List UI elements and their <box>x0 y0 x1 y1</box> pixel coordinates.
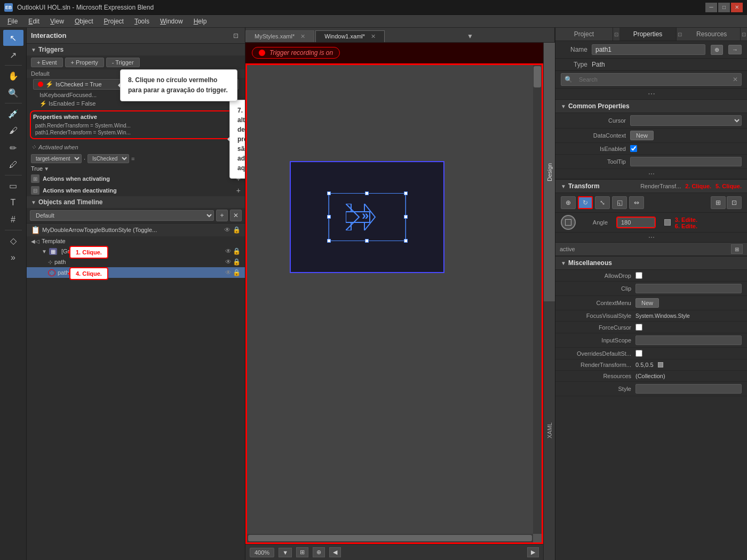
pan-tool[interactable]: ✋ <box>3 68 23 84</box>
next-btn[interactable]: ▶ <box>527 547 539 557</box>
path-visibility-btn[interactable]: 👁 <box>225 258 232 266</box>
tab-overflow-btn[interactable]: ▼ <box>463 30 478 42</box>
resources-icon-btn[interactable]: ⊡ <box>741 28 747 41</box>
input-scope-input[interactable] <box>635 335 742 345</box>
shape-tool[interactable]: ▭ <box>3 178 23 194</box>
tab-window1[interactable]: Window1.xaml* ✕ <box>315 30 385 42</box>
is-checked-dropdown[interactable]: IsChecked <box>88 154 129 163</box>
tooltip-input[interactable] <box>630 157 742 166</box>
direct-select-tool[interactable]: ↗ <box>3 47 23 63</box>
transform-flip-btn[interactable]: ⇔ <box>629 196 644 209</box>
style-input[interactable] <box>635 384 742 394</box>
canvas-vscrollbar[interactable] <box>533 65 542 534</box>
property-button[interactable]: + Property <box>65 58 104 67</box>
allow-drop-checkbox[interactable] <box>635 272 642 279</box>
select-tool[interactable]: ↖ <box>3 30 23 46</box>
xaml-tab[interactable]: XAML <box>544 301 555 560</box>
zoom-tool[interactable]: 🔍 <box>3 85 23 101</box>
remove-state-btn[interactable]: ✕ <box>230 210 242 221</box>
target-element-dropdown[interactable]: target-element <box>31 154 82 163</box>
menu-object[interactable]: Object <box>69 17 99 26</box>
event-button[interactable]: + Event <box>31 58 63 67</box>
canvas-hscrollbar[interactable] <box>247 534 533 542</box>
transform-translate-btn[interactable]: ⊕ <box>561 196 576 209</box>
bolt-icon: ⚡ <box>45 81 53 88</box>
grid-lock-btn[interactable]: 🔒 <box>233 247 241 255</box>
angle-circle[interactable] <box>561 215 576 230</box>
add-deactivating-action-btn[interactable]: + <box>236 186 241 195</box>
expand-tool[interactable]: » <box>3 250 23 266</box>
clip-input[interactable] <box>635 284 742 293</box>
name-input[interactable] <box>592 44 705 55</box>
context-menu-new-btn[interactable]: New <box>635 298 659 308</box>
grid-tool[interactable]: # <box>3 212 23 228</box>
path-row-wrapper: ⊹ path 👁 🔒 <box>27 257 245 267</box>
isenabled-checkbox[interactable] <box>630 145 637 152</box>
overrides-default-checkbox[interactable] <box>635 350 642 357</box>
menu-view[interactable]: View <box>45 17 69 26</box>
trigger-remove-button[interactable]: - Trigger <box>106 58 140 67</box>
snap-btn[interactable]: ⊕ <box>313 547 325 557</box>
grid-visibility-btn[interactable]: 👁 <box>225 247 232 255</box>
cursor-dropdown[interactable] <box>630 115 742 126</box>
interaction-maximize-btn[interactable]: ⊡ <box>231 31 241 41</box>
menu-help[interactable]: Help <box>188 17 212 26</box>
focus-visual-row: FocusVisualStyle System.Windows.Style <box>555 310 747 322</box>
path1-row[interactable]: ⊹ path1 👁 🔒 <box>27 267 245 278</box>
objects-state-dropdown[interactable]: Default <box>30 210 214 221</box>
text-tool[interactable]: T <box>3 195 23 211</box>
menu-project[interactable]: Project <box>99 17 129 26</box>
datacontext-new-btn[interactable]: New <box>630 131 654 140</box>
force-cursor-checkbox[interactable] <box>635 324 642 331</box>
design-tab[interactable]: Design <box>544 43 555 301</box>
canvas-vscrollbar-thumb[interactable] <box>534 66 541 87</box>
canvas[interactable]: » <box>245 63 543 544</box>
prev-btn[interactable]: ◀ <box>329 547 341 557</box>
expand-all-icon[interactable]: ⋯ <box>648 90 655 98</box>
right-tab-properties[interactable]: Properties <box>619 28 677 41</box>
maximize-button[interactable]: □ <box>718 3 730 12</box>
path-row[interactable]: ⊹ path 👁 🔒 <box>27 257 245 267</box>
add-state-btn[interactable]: + <box>216 210 228 221</box>
name-copy-btn[interactable]: ⊕ <box>711 45 723 55</box>
path-lock-btn[interactable]: 🔒 <box>233 258 241 266</box>
path1-lock-btn[interactable]: 🔒 <box>233 269 241 276</box>
transform-skew-btn[interactable]: ◱ <box>612 196 627 209</box>
view-grid-btn[interactable]: ⊞ <box>296 547 308 557</box>
project-icon-btn[interactable]: ⊡ <box>613 28 619 41</box>
eyedropper-tool[interactable]: 💉 <box>3 106 23 122</box>
zoom-dropdown-btn[interactable]: ▼ <box>279 548 292 557</box>
right-tab-resources[interactable]: Resources <box>683 28 741 41</box>
asset-tool[interactable]: ◇ <box>3 233 23 249</box>
menu-file[interactable]: File <box>2 17 23 26</box>
paint-tool[interactable]: 🖌 <box>3 123 23 139</box>
pen-tool[interactable]: 🖊 <box>3 157 23 173</box>
close-button[interactable]: ✕ <box>731 3 743 12</box>
search-clear-icon[interactable]: ✕ <box>733 76 738 83</box>
transform-rotate-btn[interactable]: ↻ <box>578 196 593 209</box>
tab-mystyles-close[interactable]: ✕ <box>300 33 305 39</box>
right-tab-project[interactable]: Project <box>555 28 613 41</box>
menu-window[interactable]: Window <box>155 17 188 26</box>
transform-extra-btn1[interactable]: ⊞ <box>731 244 743 254</box>
name-goto-btn[interactable]: → <box>728 45 742 54</box>
visibility-toggle-style[interactable]: 👁 <box>224 226 231 234</box>
angle-input[interactable] <box>617 218 655 227</box>
grid-row[interactable]: ▼ ▦ [Grid] 👁 🔒 <box>27 246 245 257</box>
handle-tm <box>365 191 369 195</box>
transform-extra1[interactable]: ⊞ <box>711 196 726 209</box>
menu-edit[interactable]: Edit <box>23 17 45 26</box>
transform-scale-btn[interactable]: ⤡ <box>595 196 610 209</box>
properties-icon-btn[interactable]: ⊡ <box>677 28 683 41</box>
minimize-button[interactable]: ─ <box>705 3 717 12</box>
pencil-tool[interactable]: ✏ <box>3 140 23 156</box>
transform-extra2[interactable]: ⊡ <box>727 196 742 209</box>
menu-tools[interactable]: Tools <box>129 17 155 26</box>
tab-mystyles[interactable]: MyStyles.xaml* ✕ <box>245 30 314 42</box>
tab-window1-close[interactable]: ✕ <box>371 33 376 39</box>
canvas-hscrollbar-thumb[interactable] <box>248 535 532 541</box>
lock-toggle-style[interactable]: 🔒 <box>233 226 241 234</box>
isenabled-label: IsEnabled <box>561 146 630 152</box>
search-input[interactable] <box>575 75 733 84</box>
path1-visibility-btn[interactable]: 👁 <box>225 269 232 276</box>
